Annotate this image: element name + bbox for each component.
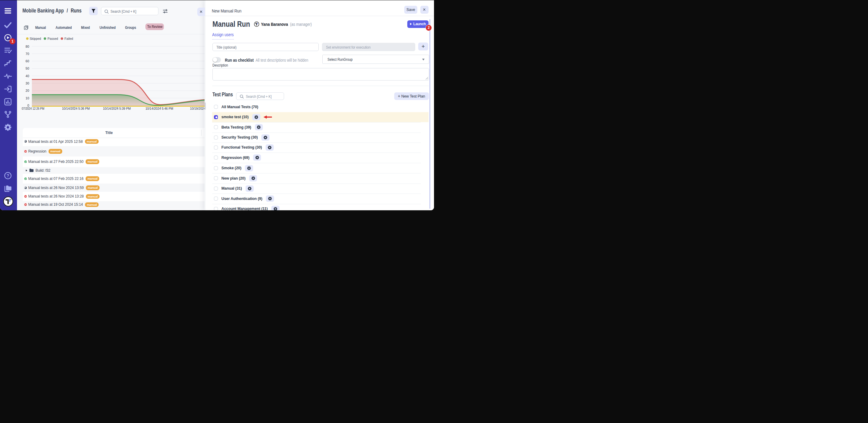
svg-text:?: ? <box>7 173 9 178</box>
svg-text:50: 50 <box>26 66 29 70</box>
svg-text:80: 80 <box>26 45 29 48</box>
svg-text:40: 40 <box>26 74 29 78</box>
svg-text:10: 10 <box>26 96 29 100</box>
svg-text:20: 20 <box>26 89 29 92</box>
svg-text:07/2024 12:26 PM: 07/2024 12:26 PM <box>22 107 44 110</box>
svg-text:70: 70 <box>26 52 29 56</box>
svg-text:30: 30 <box>26 81 29 85</box>
svg-text:10/14/2024 5:36 PM: 10/14/2024 5:36 PM <box>62 107 90 110</box>
svg-text:60: 60 <box>26 59 29 63</box>
svg-text:10/14/2024 5:39 PM: 10/14/2024 5:39 PM <box>103 107 131 110</box>
svg-text:10/14/2024 5:46 PM: 10/14/2024 5:46 PM <box>145 107 173 110</box>
